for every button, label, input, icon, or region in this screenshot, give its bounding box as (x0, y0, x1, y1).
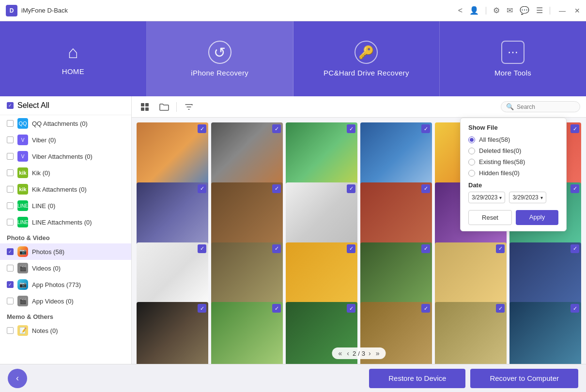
image-checkbox[interactable]: ✓ (496, 304, 505, 313)
filter-existing-files[interactable]: Existing files(58) (468, 158, 558, 166)
line-checkbox[interactable] (7, 202, 14, 209)
sidebar-item-viber-attachments[interactable]: V Viber Attachments (0) (0, 148, 131, 165)
image-checkbox[interactable]: ✓ (496, 244, 505, 253)
videos-checkbox[interactable] (7, 265, 14, 271)
image-checkbox[interactable]: ✓ (347, 244, 355, 253)
notes-checkbox[interactable] (7, 327, 14, 334)
sidebar-item-kik-attachments[interactable]: kik Kik Attachments (0) (0, 181, 131, 197)
close-button[interactable]: ✕ (574, 7, 580, 15)
settings-icon[interactable]: ⚙ (493, 6, 500, 15)
sidebar-item-qq-attachments[interactable]: QQ QQ Attachments (0) (0, 115, 131, 132)
main-area: ✓ Select All QQ QQ Attachments (0) V Vib… (0, 96, 586, 364)
apply-button[interactable]: Apply (516, 210, 558, 225)
filter-popup-title: Show File (468, 124, 558, 131)
kik-checkbox[interactable] (7, 169, 14, 176)
back-button[interactable]: ‹ (8, 369, 27, 388)
videos-icon: 🎬 (17, 263, 28, 273)
image-cell[interactable]: ✓ (211, 302, 283, 364)
filter-button[interactable] (182, 100, 196, 114)
image-checkbox[interactable]: ✓ (347, 304, 355, 313)
image-checkbox[interactable]: ✓ (571, 244, 579, 253)
line-attachments-checkbox[interactable] (7, 219, 14, 226)
image-checkbox[interactable]: ✓ (421, 304, 430, 313)
sidebar-item-videos[interactable]: 🎬 Videos (0) (0, 260, 131, 276)
image-checkbox[interactable]: ✓ (198, 124, 206, 133)
image-checkbox[interactable]: ✓ (347, 124, 355, 133)
sidebar-item-viber[interactable]: V Viber (0) (0, 132, 131, 148)
image-checkbox[interactable]: ✓ (272, 184, 281, 193)
folder-view-button[interactable] (157, 100, 171, 114)
image-checkbox[interactable]: ✓ (571, 124, 579, 133)
image-checkbox[interactable]: ✓ (272, 124, 281, 133)
image-checkbox[interactable]: ✓ (272, 304, 281, 313)
minimize-button[interactable]: — (559, 7, 566, 15)
app-videos-checkbox[interactable] (7, 298, 14, 304)
image-checkbox[interactable]: ✓ (571, 184, 579, 193)
videos-label: Videos (0) (32, 265, 61, 272)
select-all-checkbox[interactable]: ✓ (7, 102, 14, 109)
image-checkbox[interactable]: ✓ (421, 244, 430, 253)
filter-deleted-files[interactable]: Deleted files(0) (468, 147, 558, 154)
image-cell[interactable]: ✓ (137, 302, 208, 364)
nav-iphone-recovery[interactable]: ↺ iPhone Recovery (147, 21, 293, 96)
sidebar-item-notes[interactable]: 📝 Notes (0) (0, 322, 131, 339)
image-checkbox[interactable]: ✓ (198, 304, 206, 313)
kik-attachments-checkbox[interactable] (7, 186, 14, 193)
image-checkbox[interactable]: ✓ (347, 184, 355, 193)
date-from-select[interactable]: 3/29/2023 ▾ (468, 192, 505, 203)
date-to-select[interactable]: 3/29/2023 ▾ (509, 192, 546, 203)
filter-hidden-files[interactable]: Hidden files(0) (468, 169, 558, 177)
image-checkbox[interactable]: ✓ (571, 304, 579, 313)
sidebar-item-app-videos[interactable]: 🎬 App Videos (0) (0, 293, 131, 309)
account-icon[interactable]: 👤 (469, 6, 479, 15)
sidebar-item-kik[interactable]: kik Kik (0) (0, 165, 131, 181)
viber-checkbox[interactable] (7, 136, 14, 143)
sidebar-item-photos[interactable]: ✓ 📷 Photos (58) (0, 243, 131, 260)
all-files-radio[interactable] (468, 136, 475, 143)
photos-checkbox[interactable]: ✓ (7, 248, 14, 255)
sidebar-item-line[interactable]: LINE LINE (0) (0, 197, 131, 214)
nav-more-tools[interactable]: ⋯ More Tools (440, 21, 586, 96)
date-filter-label: Date (468, 181, 558, 189)
svg-rect-3 (145, 107, 149, 111)
nav-pc-recovery[interactable]: 🔑 PC&Hard Drive Recovery (293, 21, 440, 96)
first-page-button[interactable]: « (337, 349, 343, 357)
last-page-button[interactable]: » (374, 349, 381, 357)
recover-to-computer-button[interactable]: Recover to Computer (470, 369, 578, 388)
select-all-row[interactable]: ✓ Select All (0, 96, 131, 115)
share-icon[interactable]: < (458, 6, 463, 15)
existing-files-radio[interactable] (468, 159, 475, 166)
grid-view-button[interactable] (138, 100, 152, 114)
image-checkbox[interactable]: ✓ (272, 244, 281, 253)
sidebar: ✓ Select All QQ QQ Attachments (0) V Vib… (0, 96, 132, 364)
hidden-files-radio[interactable] (468, 170, 475, 177)
reset-button[interactable]: Reset (468, 210, 512, 225)
image-checkbox[interactable]: ✓ (421, 124, 430, 133)
prev-page-button[interactable]: ‹ (345, 349, 351, 357)
restore-to-device-button[interactable]: Restore to Device (369, 369, 465, 388)
image-checkbox[interactable]: ✓ (198, 184, 206, 193)
mail-icon[interactable]: ✉ (507, 6, 513, 15)
filter-all-files[interactable]: All files(58) (468, 136, 558, 143)
viber-attachments-checkbox[interactable] (7, 153, 14, 160)
deleted-files-radio[interactable] (468, 148, 475, 154)
chat-icon[interactable]: 💬 (520, 6, 529, 15)
sidebar-item-app-photos[interactable]: ✓ 📷 App Photos (773) (0, 276, 131, 293)
image-cell[interactable]: ✓ (509, 302, 581, 364)
search-input[interactable] (517, 104, 575, 110)
qq-icon: QQ (17, 118, 28, 129)
qq-attachments-checkbox[interactable] (7, 120, 14, 127)
app-photos-checkbox[interactable]: ✓ (7, 281, 14, 288)
image-checkbox[interactable]: ✓ (198, 244, 206, 253)
image-cell[interactable]: ✓ (435, 302, 507, 364)
sidebar-item-line-attachments[interactable]: LINE LINE Attachments (0) (0, 214, 131, 230)
nav-home[interactable]: ⌂ HOME (0, 21, 147, 96)
iphone-recovery-icon: ↺ (208, 41, 231, 64)
image-checkbox[interactable]: ✓ (421, 184, 430, 193)
next-page-button[interactable]: › (367, 349, 372, 357)
existing-files-label: Existing files(58) (479, 158, 525, 166)
menu-icon[interactable]: ☰ (536, 6, 543, 15)
content-toolbar: 🔍 (132, 96, 586, 118)
nav-more-tools-label: More Tools (494, 69, 531, 77)
content-area: 🔍 ✓ ✓ ✓ ✓ ✓ ✓ ✓ (132, 96, 586, 364)
